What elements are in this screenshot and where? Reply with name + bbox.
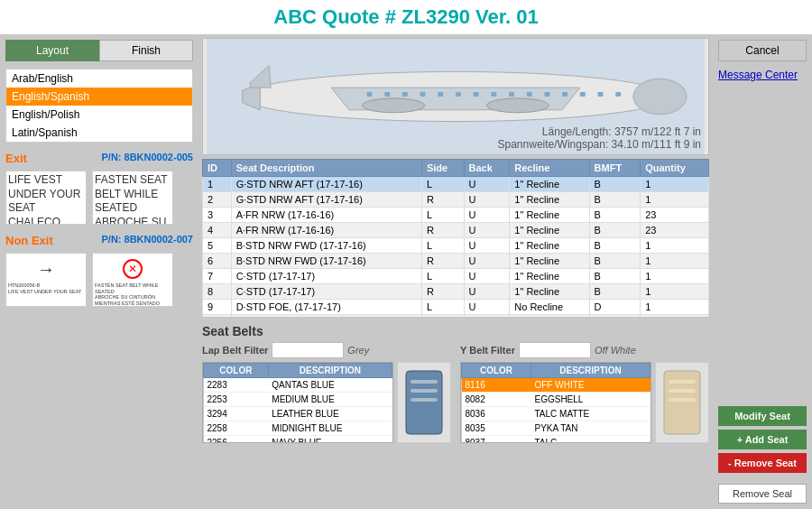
list-item[interactable]: 8082EGGSHELL (462, 393, 651, 407)
seal-section: Remove Seal (718, 484, 807, 504)
belt-filters: Lap Belt Filter Grey COLOR DE (202, 342, 709, 443)
list-item[interactable]: 8116OFF WHITE (462, 378, 651, 393)
svg-rect-24 (411, 380, 438, 384)
table-row[interactable]: 6B·STD NRW FWD (17-17-16)RU1" ReclineB1 (203, 254, 709, 269)
col-qty: Quantity (641, 160, 709, 177)
svg-rect-30 (669, 398, 696, 402)
list-item[interactable]: 8036TALC MATTE (462, 407, 651, 421)
language-list: Arab/English English/Spanish English/Pol… (5, 69, 193, 143)
list-item[interactable]: 3294LEATHER BLUE (204, 407, 392, 421)
y-filter-label: Y Belt Filter (460, 345, 515, 356)
table-row[interactable]: 2G·STD NRW AFT (17-17-16)RU1" ReclineB1 (203, 192, 709, 208)
lap-filter-selected: Grey (347, 345, 369, 356)
lap-belt-preview (397, 362, 451, 443)
exit-card-1: LIFE VEST UNDER YOUR SEAT CHALECO SALVAV… (5, 171, 87, 225)
non-exit-cards: → HTN200056-B LIFE VEST UNDER YOUR SEAT … (5, 253, 193, 307)
table-row[interactable]: 7C·STD (17-17-17)LU1" ReclineB1 (203, 269, 709, 284)
svg-rect-8 (367, 92, 373, 97)
table-row[interactable]: 9D·STD FOE, (17-17-17)LUNo ReclineD1 (203, 300, 709, 315)
lang-item-english-polish[interactable]: English/Polish (6, 106, 192, 124)
aircraft-dimensions: Länge/Length: 3757 m/122 ft 7 in Spannwe… (498, 125, 701, 151)
list-item[interactable]: 2253MEDIUM BLUE (204, 393, 392, 407)
svg-rect-17 (527, 92, 532, 97)
list-item[interactable]: 8035PYKA TAN (462, 421, 651, 436)
svg-point-3 (633, 79, 687, 114)
svg-rect-28 (669, 380, 696, 384)
svg-rect-22 (615, 92, 621, 97)
tab-layout[interactable]: Layout (5, 40, 99, 61)
title-bar: ABC Quote # ZL3290 Ver. 01 (0, 0, 812, 34)
svg-rect-29 (669, 389, 696, 393)
table-row[interactable]: 1G·STD NRW AFT (17-17-16)LU1" ReclineB1 (203, 177, 709, 192)
y-filter-input[interactable] (519, 342, 591, 358)
lang-item-latin-spanish[interactable]: Latin/Spanish (6, 124, 192, 142)
action-buttons: Modify Seat + Add Seat - Remove Seat (718, 406, 807, 473)
exit-cards: LIFE VEST UNDER YOUR SEAT CHALECO SALVAV… (5, 171, 193, 225)
aircraft-view: Länge/Length: 3757 m/122 ft 7 in Spannwe… (202, 38, 709, 155)
lap-filter-input[interactable] (272, 342, 344, 358)
y-filter-selected: Off White (595, 345, 636, 356)
y-belt-preview (655, 362, 709, 443)
table-row[interactable]: 5B·STD NRW FWD (17-17-16)LU1" ReclineB1 (203, 238, 709, 254)
modify-seat-button[interactable]: Modify Seat (718, 406, 807, 426)
table-row[interactable]: 8C·STD (17-17-17)RU1" ReclineB1 (203, 284, 709, 300)
message-center-link[interactable]: Message Center (718, 69, 807, 81)
exit-pn: P/N: 8BKN0002-005 (102, 152, 194, 162)
no-entry-icon: ✕ (123, 259, 143, 279)
svg-rect-15 (491, 92, 496, 97)
svg-rect-18 (544, 92, 549, 97)
main-container: ABC Quote # ZL3290 Ver. 01 Layout Finish… (0, 0, 812, 509)
svg-rect-11 (420, 92, 426, 97)
list-item[interactable]: 8037TALC (462, 436, 651, 444)
table-row[interactable]: 10D·STD FOE, (17-17-17)RUNo ReclineD1 (203, 315, 709, 318)
exit-section: Exit P/N: 8BKN0002-005 LIFE VEST UNDER Y… (5, 152, 193, 225)
tab-bar: Layout Finish (5, 40, 193, 61)
svg-rect-25 (411, 389, 438, 393)
non-exit-section: Non Exit P/N: 8BKN0002-007 → HTN200056-B… (5, 234, 193, 307)
cancel-button[interactable]: Cancel (718, 40, 807, 61)
table-row[interactable]: 3A·FR NRW (17-16-16)LU1" ReclineB23 (203, 208, 709, 223)
non-exit-pn: P/N: 8BKN0002-007 (102, 234, 194, 245)
lap-belt-list[interactable]: COLOR DESCRIPTION 2283QANTAS BLUE2253MED… (202, 362, 393, 443)
svg-rect-20 (580, 92, 586, 97)
remove-seal-button[interactable]: Remove Seal (718, 484, 807, 504)
exit-card-2: FASTEN SEAT BELT WHILE SEATED ABROCHE SU… (92, 171, 173, 225)
non-exit-card-1: → HTN200056-B LIFE VEST UNDER YOUR SEAT (5, 253, 87, 307)
content-area: Layout Finish Arab/English English/Spani… (0, 34, 812, 509)
seat-table: ID Seat Description Side Back Recline BM… (202, 159, 709, 317)
list-item[interactable]: 2258MIDNIGHT BLUE (204, 421, 392, 436)
lap-col-color: COLOR (204, 364, 269, 378)
col-back: Back (464, 160, 510, 177)
svg-rect-19 (562, 92, 567, 97)
list-item[interactable]: 2256NAVY BLUE (204, 436, 392, 444)
page-title: ABC Quote # ZL3290 Ver. 01 (0, 5, 812, 29)
col-bmft: BMFT (589, 160, 641, 177)
col-side: Side (421, 160, 464, 177)
svg-rect-12 (438, 92, 443, 97)
seat-belts-section: Seat Belts Lap Belt Filter Grey (202, 320, 709, 447)
table-row[interactable]: 4A·FR NRW (17-16-16)RU1" ReclineB23 (203, 223, 709, 238)
col-desc: Seat Description (231, 160, 421, 177)
svg-rect-10 (402, 92, 408, 97)
remove-seat-button[interactable]: - Remove Seat (718, 453, 807, 473)
svg-rect-14 (474, 92, 479, 97)
seat-table-container[interactable]: ID Seat Description Side Back Recline BM… (202, 159, 709, 317)
svg-point-7 (486, 98, 549, 113)
right-panel: Cancel Message Center Modify Seat + Add … (713, 34, 812, 509)
lap-col-desc: DESCRIPTION (268, 364, 392, 378)
exit-label: Exit (5, 152, 27, 165)
tab-finish[interactable]: Finish (99, 40, 193, 61)
list-item[interactable]: 2283QANTAS BLUE (204, 378, 392, 393)
lap-belt-filter: Lap Belt Filter Grey COLOR DE (202, 342, 451, 443)
svg-rect-9 (384, 92, 390, 97)
svg-rect-16 (509, 92, 514, 97)
lang-item-english-spanish[interactable]: English/Spanish (6, 88, 192, 106)
lang-item-arab-english[interactable]: Arab/English (6, 69, 192, 88)
non-exit-label: Non Exit (5, 234, 53, 247)
col-recline: Recline (510, 160, 589, 177)
add-seat-button[interactable]: + Add Seat (718, 430, 807, 449)
middle-panel: Länge/Length: 3757 m/122 ft 7 in Spannwe… (198, 34, 713, 509)
svg-rect-26 (411, 398, 438, 402)
y-belt-list[interactable]: COLOR DESCRIPTION 8116OFF WHITE8082EGGSH… (460, 362, 651, 443)
non-exit-card-2: ✕ FASTEN SEAT BELT WHILE SEATED ABROCHE … (92, 253, 173, 307)
